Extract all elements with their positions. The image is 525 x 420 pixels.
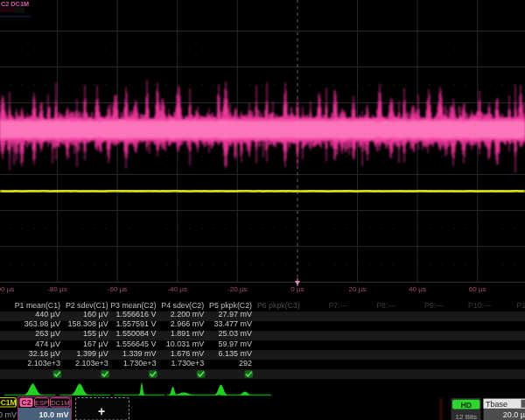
svg-text:P4 sdev(C2): P4 sdev(C2): [161, 301, 204, 310]
svg-text:1.730e+3: 1.730e+3: [123, 359, 157, 368]
svg-text:ESP: ESP: [35, 399, 48, 407]
svg-text:20 µs: 20 µs: [349, 285, 367, 293]
svg-text:2.966 mV: 2.966 mV: [171, 319, 205, 328]
svg-text:59.97 mV: 59.97 mV: [218, 340, 252, 348]
svg-text:1.339 mV: 1.339 mV: [122, 349, 157, 358]
svg-text:1.676 mV: 1.676 mV: [171, 349, 205, 358]
svg-text:DC1M: DC1M: [0, 398, 17, 407]
svg-text:292: 292: [239, 359, 252, 368]
svg-text:1.399 µV: 1.399 µV: [77, 349, 108, 358]
svg-text:33.477 mV: 33.477 mV: [214, 319, 252, 328]
svg-text:160 µV: 160 µV: [83, 310, 108, 318]
svg-text:32.16 µV: 32.16 µV: [29, 349, 60, 358]
svg-text:12 Bits: 12 Bits: [456, 413, 477, 420]
svg-text:1.556616 V: 1.556616 V: [116, 310, 156, 318]
svg-text:10.0 mV: 10.0 mV: [38, 410, 68, 419]
svg-text:20.0 µs: 20.0 µs: [503, 410, 525, 419]
svg-text:1.891 mV: 1.891 mV: [171, 329, 205, 338]
svg-text:2.200 mV: 2.200 mV: [171, 310, 205, 318]
svg-text:-80 µs: -80 µs: [47, 285, 67, 293]
svg-text:60 µs: 60 µs: [469, 285, 486, 293]
svg-text:40 µs: 40 µs: [409, 285, 426, 293]
svg-text:2.103e+3: 2.103e+3: [75, 359, 108, 368]
svg-text:P2 sdev(C1): P2 sdev(C1): [66, 301, 108, 310]
svg-text:+: +: [98, 404, 105, 418]
svg-text:Tbase: Tbase: [486, 400, 508, 409]
svg-text:P3 mean(C2): P3 mean(C2): [110, 301, 156, 310]
svg-text:10.031 mV: 10.031 mV: [166, 340, 205, 348]
svg-text:P5 pkpk(C2): P5 pkpk(C2): [209, 301, 252, 310]
svg-text:P9:---: P9:---: [424, 301, 444, 310]
svg-text:P8:---: P8:---: [376, 301, 396, 310]
svg-text:P6 pkpk(C3): P6 pkpk(C3): [257, 301, 300, 310]
svg-text:2.103e+3: 2.103e+3: [27, 359, 60, 368]
svg-text:1.557591 V: 1.557591 V: [116, 319, 156, 328]
svg-text:263 µV: 263 µV: [35, 329, 60, 338]
svg-text:-40 µs: -40 µs: [167, 285, 187, 293]
svg-text:P7:---: P7:---: [329, 301, 348, 310]
svg-text:0 µs: 0 µs: [290, 285, 304, 293]
svg-text:P1 mean(C1): P1 mean(C1): [15, 301, 60, 310]
svg-text:440 µV: 440 µV: [35, 310, 60, 318]
svg-text:25.03 mV: 25.03 mV: [218, 329, 252, 338]
svg-text:-100 µs: -100 µs: [0, 285, 15, 293]
svg-text:474 µV: 474 µV: [35, 340, 60, 348]
svg-text:0 mV: 0 mV: [0, 410, 17, 419]
svg-text:1.550084 V: 1.550084 V: [116, 329, 156, 338]
svg-text:DC1M: DC1M: [51, 399, 69, 407]
svg-text:C2 DC1M: C2 DC1M: [1, 0, 29, 8]
svg-text:P10:---: P10:---: [468, 301, 492, 310]
svg-text:HD: HD: [460, 401, 472, 410]
svg-text:C2: C2: [22, 398, 32, 407]
svg-text:363.98 µV: 363.98 µV: [24, 319, 60, 328]
svg-text:167 µV: 167 µV: [83, 340, 108, 348]
svg-text:158.308 µV: 158.308 µV: [68, 319, 108, 328]
svg-text:1.556645 V: 1.556645 V: [116, 340, 156, 348]
svg-text:6.135 mV: 6.135 mV: [218, 349, 252, 358]
svg-text:1.730e+3: 1.730e+3: [171, 359, 204, 368]
svg-text:27.97 mV: 27.97 mV: [218, 310, 252, 318]
svg-text:155 µV: 155 µV: [83, 329, 108, 338]
svg-text:P11:---: P11:---: [516, 301, 525, 310]
svg-text:-20 µs: -20 µs: [228, 285, 248, 293]
svg-text:-60 µs: -60 µs: [108, 285, 128, 293]
